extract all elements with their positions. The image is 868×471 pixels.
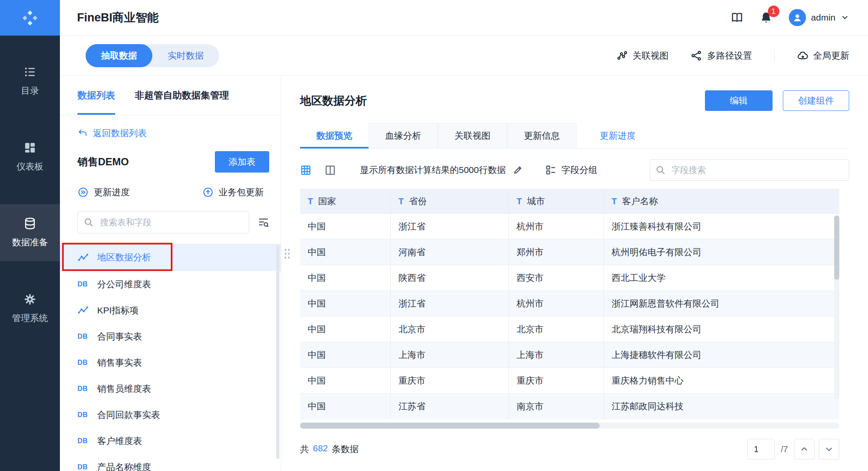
table-cell: 中国 bbox=[300, 239, 391, 265]
list-item-contract-payment-fact[interactable]: DB 合同回款事实表 bbox=[60, 402, 281, 428]
table-row: 中国 上海市 上海市 上海捷穗软件有限公司 bbox=[300, 342, 839, 368]
page-down-button[interactable] bbox=[819, 439, 839, 459]
package-update-label: 业务包更新 bbox=[219, 186, 264, 198]
table-cell: 上海市 bbox=[509, 342, 604, 367]
list-item-sales-fact[interactable]: DB 销售事实表 bbox=[60, 349, 281, 376]
table-row: 中国 江苏省 南京市 江苏邮政同达科技 bbox=[300, 393, 839, 419]
rows-display-text: 显示所有数据计算结果的5000行数据 bbox=[360, 164, 506, 176]
edit-pencil-icon[interactable] bbox=[513, 165, 523, 175]
app-window: 目录 仪表板 数据准备 管理系统 bbox=[0, 0, 868, 471]
help-book-icon[interactable] bbox=[731, 11, 743, 24]
mode-tab-extract-data[interactable]: 抽取数据 bbox=[86, 44, 152, 67]
analysis-chart-icon bbox=[77, 304, 90, 316]
list-item-kpi[interactable]: KPI指标项 bbox=[60, 297, 281, 323]
data-mode-toggle: 抽取数据 实时数据 bbox=[86, 44, 219, 67]
sidebar-item-admin-system[interactable]: 管理系统 bbox=[0, 280, 60, 337]
column-header-customer[interactable]: T客户名称 bbox=[604, 189, 839, 213]
table-row: 中国 重庆市 重庆市 重庆格力销售中心 bbox=[300, 368, 839, 393]
table-row: 中国 浙江省 杭州市 浙江臻善科技有限公司 bbox=[300, 214, 839, 239]
panel-resize-handle[interactable] bbox=[284, 248, 291, 260]
global-update-cloud-icon bbox=[797, 50, 808, 61]
text-field-icon: T bbox=[308, 197, 313, 206]
sidebar-item-label: 目录 bbox=[21, 85, 39, 97]
table-cell: 南京市 bbox=[509, 393, 604, 419]
subbar-divider bbox=[774, 49, 775, 62]
global-update-label: 全局更新 bbox=[813, 50, 849, 62]
table-cell: 北京市 bbox=[509, 316, 604, 342]
package-row: 销售DEMO 添加表 bbox=[77, 151, 269, 173]
search-icon bbox=[83, 217, 94, 227]
sidebar-item-data-preparation[interactable]: 数据准备 bbox=[0, 204, 60, 261]
vertical-scrollbar-thumb[interactable] bbox=[834, 215, 839, 280]
list-item-branch-dimension[interactable]: DB 分公司维度表 bbox=[60, 271, 281, 297]
table-cell: 江苏省 bbox=[391, 393, 509, 419]
back-link-label: 返回数据列表 bbox=[93, 127, 147, 139]
list-item-label: 产品名称维度 bbox=[97, 461, 151, 471]
page-up-button[interactable] bbox=[794, 439, 814, 459]
gear-icon bbox=[24, 293, 36, 306]
notification-bell-icon[interactable]: 1 bbox=[760, 11, 773, 24]
main-panel: 地区数据分析 编辑 创建组件 数据预览 血缘分析 关联视图 更新信息 更新进度 bbox=[281, 76, 868, 471]
sidebar-item-label: 数据准备 bbox=[12, 236, 48, 248]
add-table-button[interactable]: 添加表 bbox=[215, 151, 269, 173]
panel-search-row bbox=[77, 211, 269, 233]
tab-non-admin-dataset-mgmt[interactable]: 非超管自助数据集管理 bbox=[135, 76, 229, 115]
list-item-salesperson-dimension[interactable]: DB 销售员维度表 bbox=[60, 376, 281, 402]
table-cell: 上海捷穗软件有限公司 bbox=[604, 342, 839, 367]
sidebar-item-dashboard[interactable]: 仪表板 bbox=[0, 128, 60, 185]
column-header-province[interactable]: T省份 bbox=[391, 189, 509, 213]
tab-relation-view[interactable]: 关联视图 bbox=[438, 123, 507, 148]
update-progress-icon bbox=[77, 187, 89, 198]
sidebar-item-label: 仪表板 bbox=[17, 161, 44, 173]
main-actions: 编辑 创建组件 bbox=[705, 90, 849, 111]
field-group-icon bbox=[545, 164, 556, 176]
tab-update-progress[interactable]: 更新进度 bbox=[583, 123, 652, 148]
sidebar-item-catalog[interactable]: 目录 bbox=[0, 53, 60, 110]
list-item-product-name-dimension[interactable]: DB 产品名称维度 bbox=[60, 454, 281, 471]
card-view-icon[interactable] bbox=[324, 164, 336, 176]
text-field-icon: T bbox=[398, 197, 404, 206]
rows-display-info: 显示所有数据计算结果的5000行数据 bbox=[360, 164, 523, 176]
table-view-icon[interactable] bbox=[300, 164, 312, 176]
field-group-button[interactable]: 字段分组 bbox=[545, 164, 597, 176]
table-search-input[interactable] bbox=[77, 211, 249, 233]
table-list: 地区数据分析 DB 分公司维度表 KPI指标项 DB bbox=[60, 244, 281, 471]
horizontal-scrollbar-thumb[interactable] bbox=[300, 423, 600, 429]
edit-button[interactable]: 编辑 bbox=[705, 90, 773, 111]
finebi-logo-icon[interactable] bbox=[0, 0, 60, 36]
column-header-city[interactable]: T城市 bbox=[509, 189, 604, 213]
page-number-input[interactable] bbox=[747, 439, 775, 459]
list-item-region-analysis[interactable]: 地区数据分析 bbox=[60, 244, 281, 271]
database-icon bbox=[24, 217, 36, 230]
package-update-link[interactable]: 业务包更新 bbox=[202, 186, 264, 198]
tab-update-info[interactable]: 更新信息 bbox=[507, 123, 577, 148]
table-vertical-scrollbar[interactable] bbox=[834, 215, 839, 399]
multipath-settings-action[interactable]: 多路径设置 bbox=[691, 50, 752, 62]
list-item-contract-fact[interactable]: DB 合同事实表 bbox=[60, 323, 281, 349]
table-row: 中国 浙江省 杭州市 浙江网新恩普软件有限公司 bbox=[300, 291, 839, 316]
table-cell: 陕西省 bbox=[391, 265, 509, 290]
sidebar-item-label: 管理系统 bbox=[12, 312, 48, 324]
field-search-box bbox=[650, 159, 849, 181]
back-to-data-list-link[interactable]: 返回数据列表 bbox=[77, 127, 281, 139]
tab-lineage-analysis[interactable]: 血缘分析 bbox=[369, 123, 438, 148]
relation-view-label: 关联视图 bbox=[633, 50, 669, 62]
column-header-country[interactable]: T国家 bbox=[300, 189, 391, 213]
user-menu[interactable]: admin bbox=[789, 9, 849, 26]
tab-data-list[interactable]: 数据列表 bbox=[77, 76, 115, 115]
table-horizontal-scrollbar[interactable] bbox=[300, 423, 839, 429]
panel-scrollbar[interactable] bbox=[276, 245, 279, 459]
create-component-button[interactable]: 创建组件 bbox=[783, 90, 849, 111]
mode-tab-realtime-data[interactable]: 实时数据 bbox=[152, 44, 219, 67]
list-item-label: 客户维度表 bbox=[97, 435, 142, 447]
total-rows-info: 共 682 条数据 bbox=[300, 443, 359, 455]
table-cell: 中国 bbox=[300, 316, 391, 342]
global-update-action[interactable]: 全局更新 bbox=[797, 50, 849, 62]
relation-view-action[interactable]: 关联视图 bbox=[616, 50, 669, 62]
list-filter-icon[interactable] bbox=[258, 217, 269, 228]
list-item-customer-dimension[interactable]: DB 客户维度表 bbox=[60, 428, 281, 454]
field-search-input[interactable] bbox=[650, 159, 849, 181]
tab-data-preview[interactable]: 数据预览 bbox=[300, 123, 369, 148]
table-toolbar: 显示所有数据计算结果的5000行数据 字段分组 bbox=[300, 159, 849, 181]
update-progress-link[interactable]: 更新进度 bbox=[77, 186, 130, 198]
